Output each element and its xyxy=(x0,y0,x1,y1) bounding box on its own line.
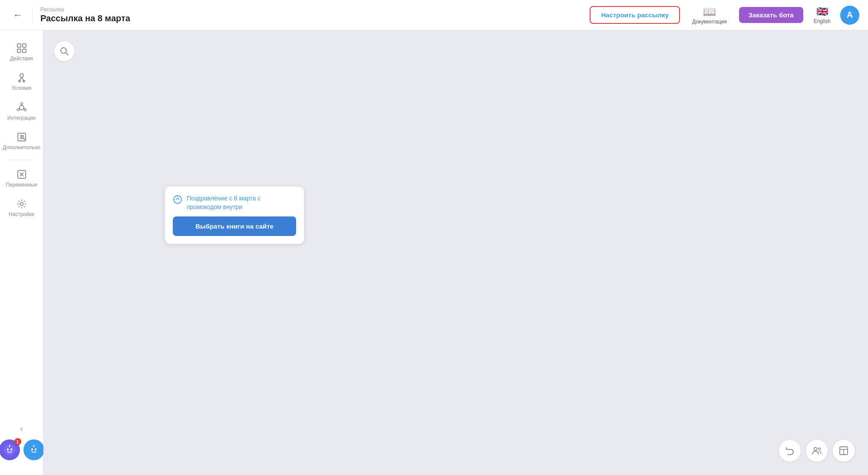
user-avatar[interactable]: А xyxy=(840,6,859,25)
message-type-icon xyxy=(173,195,182,206)
header-divider xyxy=(32,7,33,24)
sidebar-item-conditions[interactable]: Условия xyxy=(0,67,43,96)
actions-icon xyxy=(16,43,27,54)
settings-icon xyxy=(16,198,27,210)
sidebar-item-integrations[interactable]: Интеграции xyxy=(0,97,43,126)
message-action-button[interactable]: Выбрать книги на сайте xyxy=(173,216,296,236)
settings-label: Настройки xyxy=(9,211,34,217)
variables-label: Переменные xyxy=(6,182,37,188)
svg-point-36 xyxy=(174,196,182,203)
users-button[interactable] xyxy=(805,439,828,462)
header-title-area: Рассылка Рассылка на 8 марта xyxy=(40,7,130,23)
conditions-label: Условия xyxy=(11,85,31,91)
sidebar-item-actions[interactable]: Действия xyxy=(0,37,43,67)
svg-rect-0 xyxy=(17,44,21,47)
svg-rect-3 xyxy=(23,49,26,52)
svg-point-37 xyxy=(177,197,178,198)
svg-point-11 xyxy=(24,108,26,111)
sidebar-bottom: ‹ 1 xyxy=(0,419,43,468)
conditions-icon xyxy=(16,72,27,83)
book-icon: 📖 xyxy=(703,6,716,18)
canvas-tools xyxy=(779,439,855,462)
svg-point-39 xyxy=(818,448,821,450)
bot-notification-badge: 1 xyxy=(14,438,21,445)
svg-point-31 xyxy=(31,449,33,451)
language-label: English xyxy=(814,18,831,24)
variables-icon xyxy=(16,169,27,180)
language-selector[interactable]: 🇬🇧 English xyxy=(814,6,831,24)
svg-line-14 xyxy=(23,108,24,109)
svg-line-15 xyxy=(19,108,20,109)
bot-avatar[interactable]: 1 xyxy=(0,439,20,460)
user-avatar-sidebar[interactable] xyxy=(23,439,44,460)
message-text-content: Поздравление с 8 марта с промокодом внут… xyxy=(187,194,296,211)
integrations-label: Интеграции xyxy=(7,115,36,121)
message-text-row: Поздравление с 8 марта с промокодом внут… xyxy=(173,194,296,211)
svg-point-25 xyxy=(20,202,23,205)
sidebar-item-extra[interactable]: Дополнительно xyxy=(0,126,43,156)
sidebar-bottom-row: 1 xyxy=(0,435,44,465)
canvas-search-button[interactable] xyxy=(54,41,75,62)
sidebar-collapse-button[interactable]: ‹ xyxy=(17,423,26,435)
documentation-label: Документация xyxy=(692,19,727,25)
sidebar-divider xyxy=(9,160,34,160)
main-wrapper: Действия Условия xyxy=(0,30,868,475)
svg-point-12 xyxy=(17,108,19,111)
sidebar: Действия Условия xyxy=(0,30,43,475)
svg-point-9 xyxy=(20,105,24,110)
actions-label: Действия xyxy=(10,56,33,62)
extra-icon xyxy=(16,131,27,143)
svg-point-10 xyxy=(20,102,23,105)
svg-point-27 xyxy=(7,449,9,451)
header-subtitle: Рассылка xyxy=(40,7,130,13)
header: ← Рассылка Рассылка на 8 марта Настроить… xyxy=(0,0,868,30)
back-button[interactable]: ← xyxy=(9,7,27,23)
undo-button[interactable] xyxy=(779,439,801,462)
order-bot-button[interactable]: Заказать бота xyxy=(739,7,803,23)
svg-point-38 xyxy=(814,448,817,451)
extra-label: Дополнительно xyxy=(3,144,40,151)
configure-broadcast-button[interactable]: Настроить рассылку xyxy=(590,6,680,24)
svg-point-21 xyxy=(21,136,24,139)
svg-point-29 xyxy=(9,445,10,446)
svg-point-28 xyxy=(10,449,12,451)
sidebar-item-settings[interactable]: Настройки xyxy=(0,193,43,223)
header-title: Рассылка на 8 марта xyxy=(40,13,130,23)
flag-icon: 🇬🇧 xyxy=(816,6,828,17)
svg-point-32 xyxy=(35,449,36,451)
canvas-area: Поздравление с 8 марта с промокодом внут… xyxy=(43,30,868,475)
documentation-link[interactable]: 📖 Документация xyxy=(692,6,727,25)
svg-point-33 xyxy=(33,445,34,446)
message-card: Поздравление с 8 марта с промокодом внут… xyxy=(165,187,304,244)
layout-button[interactable] xyxy=(832,439,855,462)
svg-rect-2 xyxy=(17,49,21,52)
integrations-icon xyxy=(16,102,27,113)
svg-line-35 xyxy=(66,53,69,56)
svg-rect-1 xyxy=(23,44,26,47)
sidebar-item-variables[interactable]: Переменные xyxy=(0,164,43,193)
svg-point-4 xyxy=(20,74,23,77)
